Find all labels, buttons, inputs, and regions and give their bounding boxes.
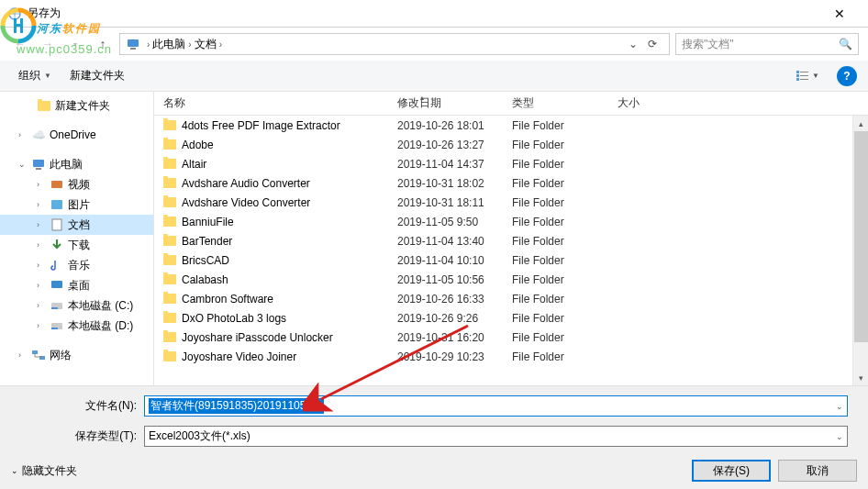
header-date[interactable]: 修改日期 [388, 95, 503, 111]
organize-button[interactable]: 组织 ▼ [11, 64, 59, 87]
file-type: File Folder [503, 216, 608, 228]
view-options-button[interactable]: ▼ [789, 65, 826, 87]
table-row[interactable]: BarTender2019-11-04 13:40File Folder [154, 231, 868, 250]
sidebar-item-this-pc[interactable]: ⌄此电脑 [0, 154, 153, 174]
svg-rect-12 [33, 160, 44, 167]
scroll-up-icon[interactable]: ▴ [853, 116, 868, 131]
scroll-down-icon[interactable]: ▾ [853, 370, 868, 385]
header-size[interactable]: 大小 [608, 95, 682, 111]
folder-icon [163, 255, 176, 265]
bottom-panel: 文件名(N): 智者软件(891591835)20191105.xls ⌄ 保存… [0, 385, 868, 489]
table-row[interactable]: Joyoshare Video Joiner2019-10-29 10:23Fi… [154, 347, 868, 366]
file-type: File Folder [503, 331, 608, 344]
folder-icon [163, 274, 176, 284]
table-row[interactable]: BricsCAD2019-11-04 10:10File Folder [154, 250, 868, 270]
svg-rect-17 [51, 281, 62, 288]
file-type: File Folder [503, 196, 608, 209]
documents-icon [50, 217, 64, 232]
file-type: File Folder [503, 177, 608, 190]
crumb-root[interactable]: 此电脑 [152, 37, 185, 52]
table-row[interactable]: 4dots Free PDF Image Extractor2019-10-26… [154, 116, 868, 135]
header-name[interactable]: 名称 [154, 95, 388, 111]
sidebar-item-disk-c[interactable]: ›本地磁盘 (C:) [0, 295, 153, 316]
table-row[interactable]: DxO PhotoLab 3 logs2019-10-26 9:26File F… [154, 308, 868, 328]
chevron-down-icon[interactable]: ⌄ [629, 38, 638, 50]
app-icon [7, 6, 22, 21]
file-rows: 4dots Free PDF Image Extractor2019-10-26… [154, 116, 868, 385]
folder-icon [163, 351, 176, 361]
new-folder-button[interactable]: 新建文件夹 [62, 64, 132, 87]
scroll-thumb[interactable] [854, 131, 868, 342]
hide-folders-button[interactable]: ⌄ 隐藏文件夹 [11, 463, 77, 479]
filetype-select[interactable]: Excel2003文件(*.xls) ⌄ [144, 426, 848, 447]
file-date: 2019-10-26 18:01 [388, 119, 503, 132]
file-name: BanniuFile [182, 216, 234, 228]
nav-recent-button[interactable]: ▾ [64, 33, 86, 55]
file-list: ▴ 名称 修改日期 类型 大小 4dots Free PDF Image Ext… [154, 92, 868, 385]
folder-icon [163, 294, 176, 304]
file-date: 2019-10-26 16:33 [388, 293, 503, 306]
nav-forward-button[interactable]: → [37, 33, 59, 55]
table-row[interactable]: BanniuFile2019-11-05 9:50File Folder [154, 212, 868, 231]
crumb-folder[interactable]: 文档 [195, 37, 217, 52]
sidebar-item-videos[interactable]: ›视频 [0, 174, 153, 194]
filetype-label: 保存类型(T): [11, 428, 144, 444]
sidebar-item-disk-d[interactable]: ›本地磁盘 (D:) [0, 316, 153, 336]
svg-rect-11 [800, 79, 808, 80]
file-type: File Folder [503, 235, 608, 248]
file-date: 2019-11-05 9:50 [388, 216, 503, 228]
sidebar-item-network[interactable]: ›网络 [0, 345, 153, 365]
table-row[interactable]: Avdshare Video Converter2019-10-31 18:11… [154, 193, 868, 212]
filetype-value: Excel2003文件(*.xls) [149, 428, 250, 444]
table-row[interactable]: Avdshare Audio Converter2019-10-31 18:02… [154, 173, 868, 193]
desktop-icon [50, 278, 64, 293]
cancel-button[interactable]: 取消 [778, 460, 857, 482]
svg-rect-14 [51, 181, 62, 188]
help-button[interactable]: ? [837, 66, 857, 86]
table-row[interactable]: Adobe2019-10-26 13:27File Folder [154, 135, 868, 154]
chevron-down-icon: ▼ [812, 72, 819, 80]
tree-expand-icon[interactable]: › [18, 130, 28, 139]
file-name: Avdshare Audio Converter [182, 177, 310, 190]
chevron-down-icon[interactable]: ⌄ [836, 402, 843, 411]
sidebar-item-downloads[interactable]: ›下载 [0, 235, 153, 255]
file-name: Avdshare Video Converter [182, 196, 310, 209]
sidebar-item-documents[interactable]: ›文档 [0, 215, 153, 235]
filename-value: 智者软件(891591835)20191105.xls [149, 398, 324, 414]
file-name: Cambron Software [182, 293, 273, 306]
header-type[interactable]: 类型 [503, 95, 608, 111]
sidebar-item-desktop[interactable]: ›桌面 [0, 275, 153, 295]
refresh-icon[interactable]: ⟳ [641, 38, 663, 50]
save-button[interactable]: 保存(S) [692, 460, 771, 482]
video-icon [50, 177, 64, 192]
svg-rect-6 [796, 71, 799, 73]
table-row[interactable]: Calabash2019-11-05 10:56File Folder [154, 270, 868, 289]
sidebar-item-music[interactable]: ›音乐 [0, 255, 153, 275]
computer-icon [31, 157, 46, 172]
search-placeholder: 搜索"文档" [682, 37, 734, 52]
chevron-down-icon[interactable]: ⌄ [836, 432, 843, 441]
sidebar-item-new-folder[interactable]: 新建文件夹 [0, 95, 153, 116]
tree-collapse-icon[interactable]: ⌄ [18, 160, 28, 169]
breadcrumb[interactable]: › 此电脑 › 文档 › ⌄ ⟳ [119, 33, 670, 55]
nav-back-button[interactable]: ← [9, 33, 31, 55]
svg-rect-8 [796, 78, 799, 81]
file-date: 2019-10-26 13:27 [388, 139, 503, 151]
folder-icon [163, 139, 176, 150]
table-row[interactable]: Joyoshare iPasscode Unlocker2019-10-31 1… [154, 328, 868, 347]
table-row[interactable]: Altair2019-11-04 14:37File Folder [154, 154, 868, 173]
close-button[interactable]: ✕ [818, 0, 861, 28]
folder-icon [163, 120, 176, 130]
table-row[interactable]: Cambron Software2019-10-26 16:33File Fol… [154, 289, 868, 308]
titlebar: 另存为 ✕ [0, 0, 868, 28]
folder-icon [163, 159, 176, 169]
search-input[interactable]: 搜索"文档" 🔍 [675, 33, 859, 55]
sidebar-item-pictures[interactable]: ›图片 [0, 194, 153, 215]
sidebar-item-onedrive[interactable]: ›☁️OneDrive [0, 125, 153, 145]
filename-input[interactable]: 智者软件(891591835)20191105.xls ⌄ [144, 395, 848, 417]
nav-up-button[interactable]: ↑ [92, 33, 114, 55]
file-name: BarTender [182, 235, 232, 248]
scrollbar-vertical[interactable]: ▴ ▾ [852, 116, 868, 385]
file-date: 2019-10-26 9:26 [388, 312, 503, 325]
svg-rect-9 [800, 72, 808, 72]
